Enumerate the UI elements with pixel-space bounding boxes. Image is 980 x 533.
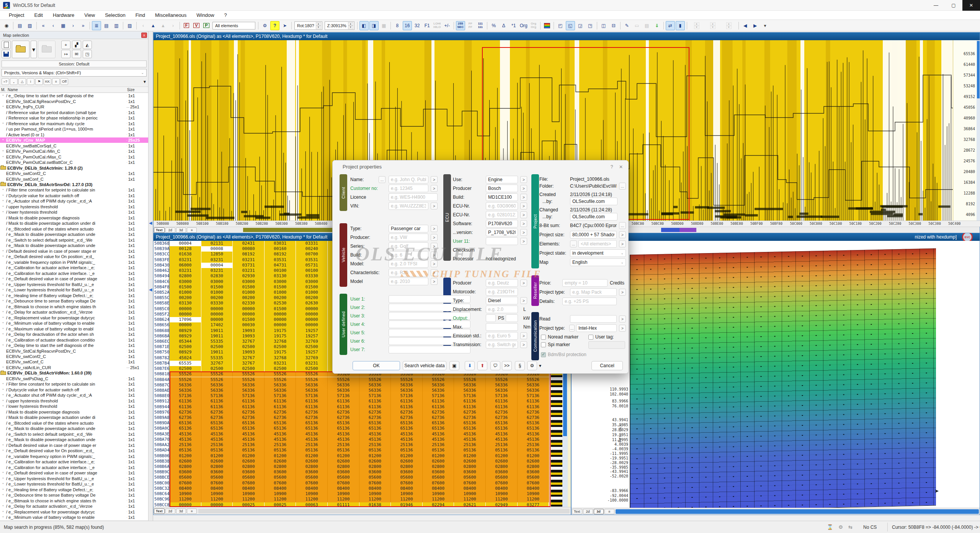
hexdump-tab-text[interactable]: Text <box>154 508 165 514</box>
filter-triangle-button[interactable]: △ <box>18 78 26 85</box>
created-by-field[interactable] <box>570 198 617 205</box>
hex-cell[interactable]: 55526 <box>233 371 265 377</box>
menu-item-miscellaneous[interactable]: Miscellaneous <box>150 11 191 19</box>
hex-cell[interactable]: 03600 <box>328 469 359 475</box>
hex-cell[interactable]: 01000 <box>233 290 265 295</box>
hex-cell[interactable]: 11200 <box>454 497 486 502</box>
hex-cell[interactable]: 56336 <box>518 383 549 388</box>
hex-cell[interactable]: 65136 <box>486 426 518 431</box>
hex-cell[interactable]: 61136 <box>391 404 423 410</box>
hex-cell[interactable]: 56336 <box>328 388 359 393</box>
hex-cell[interactable]: 02500 <box>296 344 328 350</box>
record-icon[interactable]: ◉ <box>2 21 11 30</box>
customer-no-field[interactable] <box>389 185 428 192</box>
maps-color-icon[interactable]: ◭ <box>83 41 92 49</box>
hex-cell[interactable]: 56336 <box>170 388 201 393</box>
hex-cell[interactable]: 62736 <box>359 415 391 420</box>
hex-cell[interactable]: 05600 <box>296 475 328 480</box>
hex-cell[interactable]: 02500 <box>170 344 201 350</box>
hex-cell[interactable]: 01000 <box>201 290 233 295</box>
build-field[interactable] <box>389 251 428 259</box>
hex-cell[interactable]: 03531 <box>265 257 296 263</box>
hex-cell[interactable]: 62736 <box>296 410 328 415</box>
hexdump-row[interactable]: 50B8AE5633656336563365633656336563365633… <box>154 388 549 393</box>
hexdump-grid-icon[interactable]: ▦ <box>59 21 68 30</box>
hex-cell[interactable]: 61136 <box>518 399 549 404</box>
map-list-item[interactable]: / e_:Bitcoded value of the states where … <box>0 420 148 426</box>
menu-item-selection[interactable]: Selection <box>100 11 130 19</box>
window-vsplit-icon[interactable]: ◫ <box>599 21 608 30</box>
hex-cell[interactable]: 01500 <box>296 284 328 290</box>
hex-cell[interactable]: 00000 <box>170 322 201 328</box>
hex-cell[interactable]: 10900 <box>518 491 549 497</box>
hexdump-row[interactable]: 50B9126113661136611366113661136611366113… <box>154 399 549 404</box>
hex-cell[interactable]: 25136 <box>328 442 359 448</box>
hex-cell[interactable]: 07600 <box>296 481 328 486</box>
filter-list-button[interactable]: ≡ <box>52 78 60 85</box>
map-list-item[interactable]: */ lower hysteresis threshold·1x1 <box>0 209 148 215</box>
hex-cell[interactable]: 05136 <box>328 448 359 453</box>
hex-cell[interactable]: 08929 <box>170 328 201 334</box>
hex-cell[interactable]: 02530 <box>265 301 296 306</box>
hex-cell[interactable]: 10900 <box>201 491 233 497</box>
map-list-item[interactable]: */ e_:Replacement value for powerstage d… <box>0 509 148 514</box>
hex-cell[interactable]: 55526 <box>454 377 486 383</box>
menu-item-hardware[interactable]: Hardware <box>48 11 79 19</box>
menu-item-window[interactable]: Window <box>191 11 219 19</box>
settings-button[interactable]: ⚙ <box>527 361 537 370</box>
map-list-item[interactable]: */ e_:Minimum value of battery voltage t… <box>0 320 148 326</box>
ok-button[interactable]: OK <box>353 361 400 370</box>
filter-flag-button[interactable]: ⚑ <box>35 78 43 85</box>
hex-cell[interactable]: 45136 <box>233 432 265 437</box>
hexdump-row[interactable]: 50B9446113661136611366113661136611366113… <box>154 404 549 410</box>
hex-cell[interactable]: 65136 <box>423 426 454 431</box>
hex-cell[interactable]: 05600 <box>391 475 423 480</box>
emission-expand-button[interactable]: > <box>520 332 527 339</box>
plugin-icon[interactable]: ◳ <box>83 50 92 58</box>
hex-cell[interactable]: 08400 <box>518 486 549 491</box>
hex-cell[interactable]: 62736 <box>486 415 518 420</box>
hex-cell[interactable]: 55526 <box>518 377 549 383</box>
price-field[interactable] <box>562 279 608 287</box>
hex-cell[interactable]: 07600 <box>359 481 391 486</box>
hex-cell[interactable]: 25136 <box>265 442 296 448</box>
hex-cell[interactable]: 65136 <box>170 420 201 426</box>
hex-cell[interactable]: 07600 <box>391 481 423 486</box>
vehicle-type-expand-button[interactable]: > <box>431 225 438 232</box>
hexdump-row[interactable]: 50BC000760007600076000760007600076000760… <box>154 481 549 486</box>
hex-cell[interactable]: 02600 <box>454 459 486 464</box>
hexdump-row[interactable]: 50BB060120001200012000120001200012000120… <box>154 453 549 459</box>
hex-cell[interactable]: 61136 <box>201 404 233 410</box>
series-expand-button[interactable]: > <box>431 243 438 250</box>
hex-cell[interactable]: 10900 <box>454 491 486 497</box>
hex-cell[interactable]: 01200 <box>170 453 201 459</box>
language-combo[interactable]: English ⌄ <box>570 258 626 266</box>
original-icon[interactable]: Org <box>519 21 528 30</box>
changed-by-field[interactable] <box>570 213 617 221</box>
hex-cell[interactable]: 65136 <box>518 420 549 426</box>
hex-cell[interactable]: 02800 <box>518 464 549 469</box>
hex-cell[interactable]: 55526 <box>359 377 391 383</box>
map-list-item[interactable]: */ Filter time constant for setpoint to … <box>0 187 148 193</box>
hex-cell[interactable]: 61136 <box>296 404 328 410</box>
hex-cell[interactable]: 65535 <box>170 361 201 366</box>
graph-tab-2d[interactable]: 2d <box>165 227 175 233</box>
map-list-item[interactable]: / e_:Mask to disable powerstage actuatio… <box>0 437 148 442</box>
hex-cell[interactable]: 56336 <box>233 383 265 388</box>
hex-cell[interactable]: 62736 <box>265 410 296 415</box>
filter-equals-button[interactable]: =? <box>2 78 9 85</box>
read-field[interactable] <box>570 315 617 323</box>
hex-cell[interactable]: 55526 <box>170 377 201 383</box>
elements-combo[interactable]: All elements <box>212 22 255 29</box>
vin-expand-button[interactable]: > <box>431 203 438 209</box>
comm-type-expand-button[interactable]: > <box>619 325 626 332</box>
percent-icon[interactable]: % <box>489 21 498 30</box>
comm-type-field[interactable] <box>576 324 617 332</box>
hex-cell[interactable]: 11200 <box>328 497 359 502</box>
hex-cell[interactable]: 03000 <box>201 279 233 284</box>
output-ps-field[interactable] <box>486 314 496 322</box>
hex-cell[interactable]: 65136 <box>170 426 201 431</box>
panel-splitter[interactable]: ◀ ◀ <box>149 31 153 521</box>
hex-cell[interactable]: 45136 <box>359 432 391 437</box>
hexdump-row[interactable]: 50BA3E4513645136451364513645136451364513… <box>154 432 549 437</box>
